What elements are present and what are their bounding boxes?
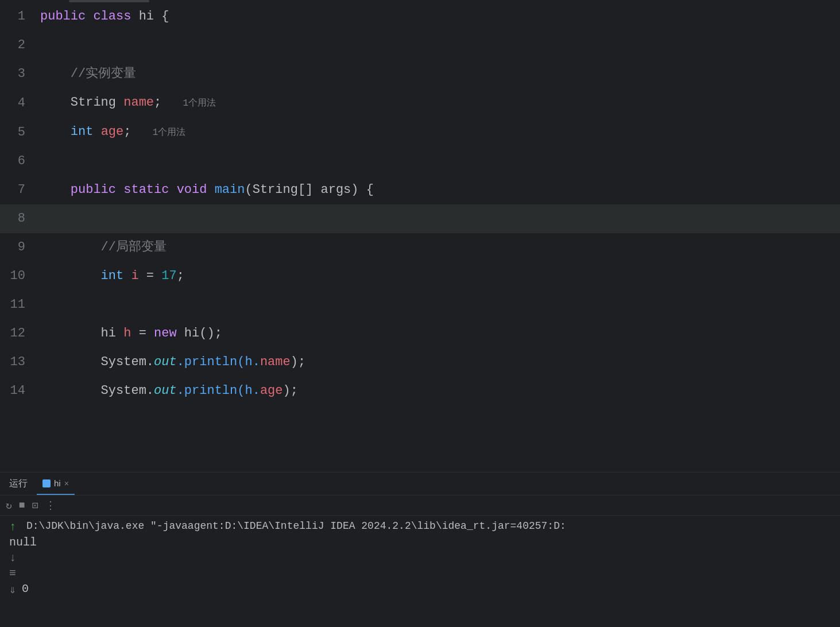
line-content-10: int i = 17; <box>34 262 184 291</box>
tab-icon <box>42 479 51 487</box>
tab-label: hi <box>54 478 61 488</box>
cmd-text: D:\JDK\bin\java.exe "-javaagent:D:\IDEA\… <box>26 520 566 532</box>
token: ) { <box>351 183 374 197</box>
code-line-5[interactable]: 5 int age; 1个用法 <box>0 118 840 147</box>
token: ; <box>123 125 131 139</box>
line-number-10: 10 <box>0 262 34 291</box>
token: (); <box>199 326 222 340</box>
token: ); <box>283 384 298 398</box>
code-line-9[interactable]: 9 //局部变量 <box>0 233 840 262</box>
refresh-icon[interactable]: ↻ <box>6 499 12 512</box>
line-content-13: System.out.println(h.name); <box>34 348 305 377</box>
token: { <box>154 9 169 24</box>
token: public <box>40 183 123 197</box>
down-arrow2-icon: ⇓ <box>9 582 16 597</box>
token: new <box>154 326 184 340</box>
line-number-5: 5 <box>0 118 34 147</box>
token: name <box>123 95 154 110</box>
line-content-12: hi h = new hi(); <box>34 319 222 348</box>
line-content-1: public class hi { <box>34 2 169 31</box>
token: out <box>154 384 177 398</box>
editor-area: 1▶public class hi {23 //实例变量4 String nam… <box>0 0 840 472</box>
code-line-13[interactable]: 13 System.out.println(h.name); <box>0 348 840 377</box>
code-lines: 1▶public class hi {23 //实例变量4 String nam… <box>0 2 840 405</box>
token: class <box>93 9 138 24</box>
line-number-4: 4 <box>0 89 34 118</box>
token: name <box>260 355 291 369</box>
line-number-14: 14 <box>0 377 34 405</box>
token: System. <box>40 355 154 369</box>
code-line-6[interactable]: 6 <box>0 147 840 176</box>
code-line-3[interactable]: 3 //实例变量 <box>0 60 840 88</box>
output-line-3: ≡ <box>9 567 831 580</box>
line-number-3: 3 <box>0 60 34 88</box>
line-number-9: 9 <box>0 233 34 262</box>
more-icon[interactable]: ⋮ <box>45 499 56 512</box>
output-value: 0 <box>22 582 29 595</box>
tab-hi[interactable]: hi × <box>37 473 75 495</box>
code-line-2[interactable]: 2 <box>0 31 840 60</box>
code-line-12[interactable]: 12 hi h = new hi(); <box>0 319 840 348</box>
token: h <box>123 326 131 340</box>
line-content-3: //实例变量 <box>34 60 136 88</box>
token: //局部变量 <box>40 240 167 254</box>
line-number-11: 11 <box>0 291 34 319</box>
down-arrow-icon: ↓ <box>9 551 16 564</box>
line-number-6: 6 <box>0 147 34 176</box>
code-line-7[interactable]: 7▶ public static void main(String[] args… <box>0 176 840 204</box>
token: int <box>40 125 101 139</box>
token: 17 <box>161 269 176 283</box>
output-line-2: ↓ <box>9 551 831 564</box>
line-number-2: 2 <box>0 31 34 60</box>
output-null: null <box>9 536 37 549</box>
output-cmd-line: ↑ D:\JDK\bin\java.exe "-javaagent:D:\IDE… <box>9 520 831 533</box>
token: age <box>260 384 283 398</box>
token: 1个用法 <box>141 127 185 138</box>
token: = <box>131 326 154 340</box>
token: hi <box>40 326 123 340</box>
token: .println(h. <box>177 355 260 369</box>
bottom-tabs: 运行 hi × <box>0 473 840 496</box>
toolbar-icons: ↻ ■ ⊡ ⋮ <box>0 496 840 516</box>
output-line-1: null <box>9 536 831 549</box>
token: = <box>139 269 162 283</box>
token: hi <box>139 9 154 24</box>
line-number-8: 8 <box>0 204 34 233</box>
token: main <box>215 183 245 197</box>
code-line-10[interactable]: 10 int i = 17; <box>0 262 840 291</box>
token: void <box>177 183 215 197</box>
line-content-9: //局部变量 <box>34 233 167 262</box>
token: String <box>40 95 123 110</box>
output-line-4: ⇓ 0 <box>9 582 831 597</box>
token: ); <box>291 355 305 369</box>
token: (String[] <box>245 183 320 197</box>
line-content-14: System.out.println(h.age); <box>34 377 298 405</box>
code-line-11[interactable]: 11 <box>0 291 840 319</box>
code-line-4[interactable]: 4 String name; 1个用法 <box>0 88 840 118</box>
coverage-icon[interactable]: ⊡ <box>32 499 38 512</box>
line-number-1: 1▶ <box>0 2 34 31</box>
token: ; <box>154 95 161 110</box>
token: int <box>40 269 131 283</box>
tab-close-button[interactable]: × <box>64 479 69 488</box>
token: i <box>131 269 138 283</box>
token: .println(h. <box>177 384 260 398</box>
token: args <box>321 183 351 197</box>
line-content-7: public static void main(String[] args) { <box>34 176 374 204</box>
token: //实例变量 <box>40 67 136 81</box>
stop-icon[interactable]: ■ <box>19 500 25 511</box>
output-area: ↑ D:\JDK\bin\java.exe "-javaagent:D:\IDE… <box>0 516 840 627</box>
run-label: 运行 <box>5 478 32 490</box>
token: 1个用法 <box>172 98 216 109</box>
bottom-panel: 运行 hi × ↻ ■ ⊡ ⋮ ↑ D:\JDK\bin\java.exe "-… <box>0 472 840 627</box>
token: hi <box>184 326 199 340</box>
list-icon: ≡ <box>9 567 16 580</box>
code-line-1[interactable]: 1▶public class hi { <box>0 2 840 31</box>
up-arrow-icon: ↑ <box>9 520 21 533</box>
line-number-7: 7▶ <box>0 176 34 204</box>
line-number-12: 12 <box>0 319 34 348</box>
code-line-14[interactable]: 14 System.out.println(h.age); <box>0 377 840 405</box>
code-line-8[interactable]: 8 <box>0 204 840 233</box>
token: out <box>154 355 177 369</box>
token: age <box>101 125 124 139</box>
